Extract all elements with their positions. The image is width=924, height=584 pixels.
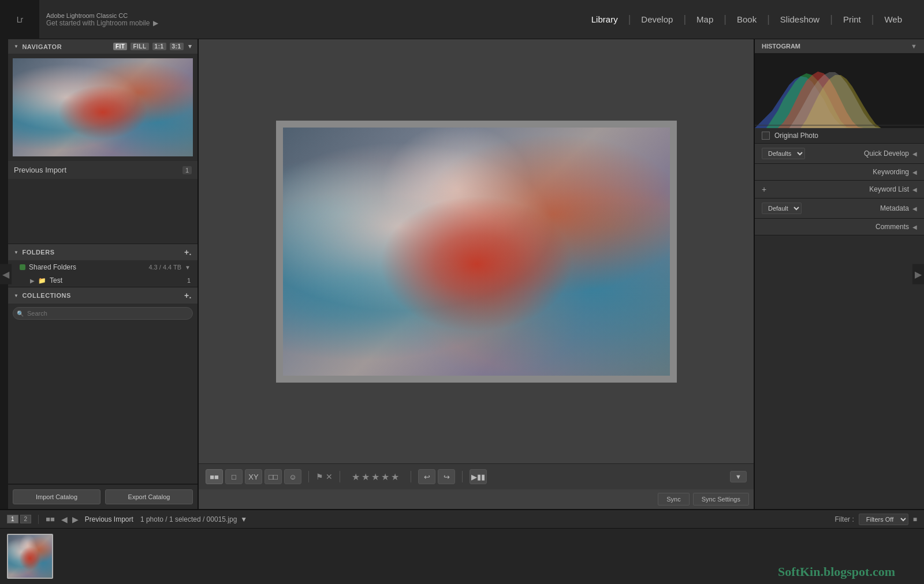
film-thumb-1-image	[8, 535, 52, 578]
view-dropdown[interactable]: ▼	[730, 471, 747, 482]
comments-header[interactable]: Comments ◀	[755, 219, 924, 235]
previous-import-bar[interactable]: Previous Import 1	[8, 161, 198, 179]
view-fit[interactable]: FIT	[113, 43, 128, 50]
folders-add-button[interactable]: +.	[184, 248, 192, 257]
navigator-header: ▼ Navigator FIT FILL 1:1 3:1 ▾	[8, 39, 198, 54]
nav-develop[interactable]: Develop	[631, 10, 683, 29]
right-panel: Histogram ▼	[754, 39, 924, 509]
comments-arrow[interactable]: ◀	[912, 224, 917, 230]
metadata-header[interactable]: Default Metadata ◀	[755, 199, 924, 218]
sync-button[interactable]: Sync	[658, 493, 689, 506]
view-dropdown-arrow[interactable]: ▾	[188, 43, 192, 50]
original-photo-row: Original Photo	[755, 128, 924, 144]
page-indicators: 1 2	[7, 515, 31, 523]
keywording-arrow[interactable]: ◀	[912, 169, 917, 175]
catalog-buttons: Import Catalog Export Catalog	[8, 484, 198, 509]
navigator-section: ▼ Navigator FIT FILL 1:1 3:1 ▾ Previous …	[8, 39, 198, 244]
collapse-left-arrow[interactable]: ◀	[0, 264, 12, 284]
shared-folders-item[interactable]: Shared Folders 4.3 / 4.4 TB ▼	[8, 260, 198, 274]
subfolder-expand-icon[interactable]: ▶	[30, 278, 35, 284]
star-4[interactable]: ★	[381, 471, 389, 482]
keyword-list-plus[interactable]: +	[762, 185, 766, 194]
next-arrow[interactable]: ▶	[70, 515, 80, 524]
page-1-indicator[interactable]: 1	[7, 515, 18, 523]
slideshow-button[interactable]: ▶▮▮	[470, 469, 487, 484]
grid-icon[interactable]: ■■	[46, 515, 55, 523]
test-folder-item[interactable]: ▶ 📁 Test 1	[8, 274, 198, 287]
view-3-1[interactable]: 3:1	[170, 43, 184, 50]
quick-develop-header[interactable]: Defaults Quick Develop ◀	[755, 144, 924, 163]
flag-button[interactable]: ⚑	[316, 472, 323, 481]
lr-logo: Lr	[0, 0, 39, 39]
folders-triangle[interactable]: ▼	[14, 250, 18, 255]
rotate-right-button[interactable]: ↪	[438, 469, 455, 484]
rotate-left-button[interactable]: ↩	[418, 469, 435, 484]
nav-print[interactable]: Print	[833, 10, 871, 29]
keyword-list-header[interactable]: + Keyword List ◀	[755, 181, 924, 198]
toolbar-sep-4	[462, 471, 463, 482]
folder-dropdown-arrow[interactable]: ▼	[185, 264, 191, 271]
prev-arrow[interactable]: ◀	[59, 515, 69, 524]
survey-view-button[interactable]: □□	[264, 469, 282, 484]
shared-folders-size: 4.3 / 4.4 TB	[148, 264, 181, 271]
keyword-list-label: Keyword List	[869, 185, 909, 193]
view-fill[interactable]: FILL	[131, 43, 148, 50]
loupe-view-button[interactable]: □	[225, 469, 243, 484]
breadcrumb-strip: Previous Import 1 photo / 1 selected / 0…	[85, 515, 830, 523]
quick-develop-preset-select[interactable]: Defaults	[762, 148, 805, 159]
tagline-arrow[interactable]: ▶	[153, 19, 158, 27]
nav-book[interactable]: Book	[726, 10, 767, 29]
people-view-button[interactable]: ☺	[284, 469, 301, 484]
grid-view-button[interactable]: ■■	[206, 469, 223, 484]
collections-add-button[interactable]: +.	[184, 291, 192, 300]
photo-dropdown-arrow[interactable]: ▼	[240, 515, 247, 523]
original-photo-checkbox[interactable]	[762, 132, 770, 140]
collapse-right-arrow[interactable]: ▶	[912, 264, 924, 284]
star-3[interactable]: ★	[371, 471, 379, 482]
view-controls: FIT FILL 1:1 3:1 ▾	[113, 43, 192, 50]
filmstrip-content: SoftKin.blogspot.com	[0, 529, 924, 584]
histogram-svg	[755, 53, 924, 128]
nav-arrows: ◀ ▶	[59, 515, 80, 524]
folders-header: ▼ Folders +.	[8, 244, 198, 260]
metadata-label: Metadata	[880, 204, 909, 212]
nav-library[interactable]: Library	[581, 10, 628, 29]
sync-settings-button[interactable]: Sync Settings	[693, 493, 749, 506]
main-photo[interactable]	[283, 128, 670, 376]
nav-map[interactable]: Map	[686, 10, 724, 29]
collections-header: ▼ Collections +.	[8, 287, 198, 304]
photo-toolbar: ■■ □ XY □□ ☺ ⚑ ✕ ★ ★ ★ ★ ★ ↩ ↪	[199, 463, 754, 489]
breadcrumb-prev-import[interactable]: Previous Import	[85, 515, 133, 523]
film-thumb-1[interactable]	[7, 534, 53, 579]
metadata-arrow[interactable]: ◀	[912, 205, 917, 212]
import-catalog-button[interactable]: Import Catalog	[13, 489, 100, 504]
reject-button[interactable]: ✕	[326, 472, 333, 481]
navigator-triangle[interactable]: ▼	[14, 44, 18, 49]
view-1-1[interactable]: 1:1	[152, 43, 166, 50]
star-1[interactable]: ★	[352, 471, 360, 482]
quick-develop-arrow[interactable]: ◀	[912, 151, 917, 157]
compare-view-button[interactable]: XY	[245, 469, 262, 484]
comments-label: Comments	[875, 223, 909, 231]
export-catalog-button[interactable]: Export Catalog	[105, 489, 193, 504]
page-2-indicator[interactable]: 2	[20, 515, 32, 523]
folder-badge-green	[20, 264, 25, 270]
filmstrip-sep-1	[38, 515, 39, 524]
histogram-canvas	[755, 53, 924, 128]
app-name: Adobe Lightroom Classic CC	[46, 12, 574, 19]
keywording-header[interactable]: Keywording ◀	[755, 164, 924, 180]
filter-expand-icon[interactable]: ■	[913, 515, 917, 523]
photo-info: 1 photo / 1 selected / 00015.jpg	[140, 515, 237, 523]
star-2[interactable]: ★	[362, 471, 370, 482]
keyword-list-arrow[interactable]: ◀	[912, 186, 917, 193]
collections-triangle[interactable]: ▼	[14, 293, 18, 298]
navigator-preview	[13, 58, 193, 156]
metadata-preset-select[interactable]: Default	[762, 203, 802, 214]
collections-search-input[interactable]	[13, 307, 193, 320]
star-5[interactable]: ★	[391, 471, 399, 482]
view-mode-icons: ■■	[46, 515, 55, 523]
nav-web[interactable]: Web	[874, 10, 912, 29]
filter-select[interactable]: Filters Off	[859, 514, 908, 525]
nav-slideshow[interactable]: Slideshow	[770, 10, 830, 29]
histogram-arrow[interactable]: ▼	[911, 43, 917, 50]
